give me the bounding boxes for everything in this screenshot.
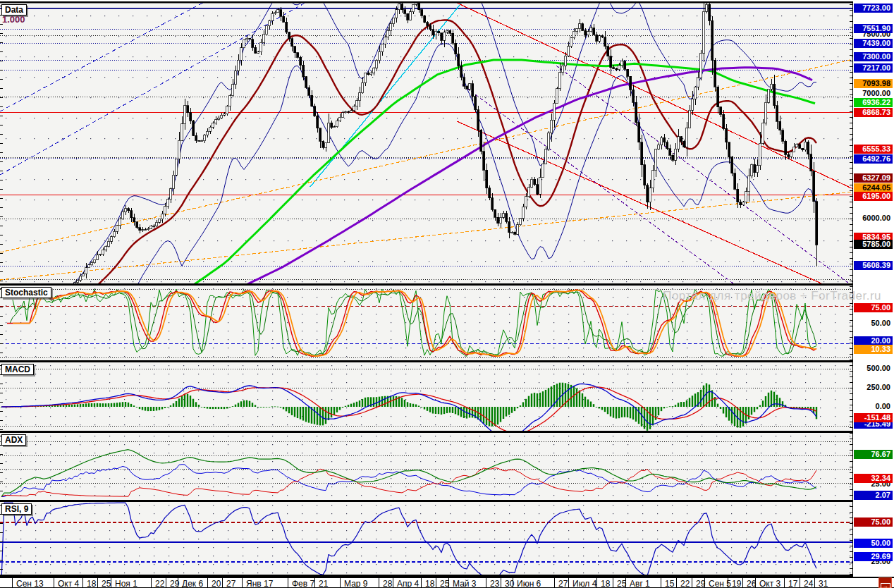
- price-label: 29.69: [854, 552, 893, 561]
- date-tick: [178, 578, 178, 587]
- price-label: 5608.39: [854, 261, 893, 270]
- date-tick: [421, 578, 422, 587]
- panel-title-macd[interactable]: MACD: [1, 364, 34, 375]
- date-label: Июл 4: [572, 579, 596, 588]
- price-label: 6936.22: [854, 98, 893, 107]
- date-tick: [436, 578, 436, 587]
- price-label: 7551.90: [854, 24, 893, 33]
- date-tick: [692, 578, 692, 587]
- date-tick: [82, 578, 83, 587]
- chart-canvas: [0, 0, 853, 577]
- date-tick: [501, 578, 501, 587]
- price-label: 7217.00: [854, 63, 893, 73]
- date-tick: [661, 578, 661, 587]
- scroll-right-button[interactable]: →: [878, 577, 892, 588]
- price-label: 7093.98: [854, 79, 893, 88]
- date-label: 22: [155, 579, 164, 588]
- price-label: 76.67: [854, 450, 893, 459]
- price-label: 0.00: [854, 402, 893, 411]
- date-label: Мар 9: [344, 579, 368, 588]
- time-axis: Сен 13Окт 41825Ноя 12229Дек 62027Янв 17Ф…: [0, 577, 894, 588]
- date-label: 22: [680, 579, 690, 588]
- date-tick: [379, 578, 379, 587]
- price-label: 500.00: [854, 364, 893, 373]
- date-tick: [54, 578, 54, 587]
- price-label: 75.00: [854, 517, 893, 527]
- price-label: 7723.00: [854, 4, 893, 13]
- date-tick: [97, 578, 98, 587]
- price-label: 6492.76: [854, 154, 893, 164]
- panel-title-adx[interactable]: ADX: [1, 434, 26, 446]
- panel-title-stochastic[interactable]: Stochastic: [1, 287, 51, 298]
- date-label: Янв 17: [246, 579, 273, 588]
- date-label: Сен 13: [16, 579, 44, 588]
- price-label: 6555.33: [854, 145, 893, 154]
- date-label: 20: [212, 579, 221, 588]
- date-tick: [784, 578, 785, 587]
- price-label: 5785.00: [854, 240, 893, 249]
- price-label: 10.33: [854, 345, 893, 354]
- date-tick: [448, 578, 449, 587]
- date-tick: [393, 578, 393, 587]
- date-label: 18: [601, 579, 610, 588]
- price-label: 6868.73: [854, 108, 893, 117]
- date-label: Авг 1: [630, 579, 650, 588]
- date-tick: [676, 578, 677, 587]
- date-tick: [288, 578, 288, 587]
- price-label: 50.00: [854, 539, 893, 548]
- date-tick: [513, 578, 513, 587]
- date-tick: [704, 578, 705, 587]
- price-label: 7300.00: [854, 52, 893, 61]
- date-tick: [340, 578, 341, 587]
- date-tick: [554, 578, 555, 587]
- data-series-value: 1.000: [2, 14, 25, 25]
- date-tick: [800, 578, 800, 587]
- price-axis: 7500.007000.006000.007723.007551.907439.…: [853, 0, 894, 577]
- date-label: Ноя 1: [115, 579, 137, 588]
- price-label: 50.00: [854, 319, 893, 328]
- date-label: Дек 6: [182, 579, 203, 588]
- date-tick: [596, 578, 597, 587]
- price-label: 6195.00: [854, 192, 893, 201]
- date-label: 25: [102, 579, 111, 588]
- date-label: Апр 4: [397, 579, 419, 588]
- date-label: Окт 3: [759, 579, 780, 588]
- date-tick: [613, 578, 613, 587]
- date-label: Фев 7: [292, 579, 314, 588]
- date-label: Май 3: [453, 579, 477, 588]
- date-label: 18: [425, 579, 434, 588]
- watermark: Портал для трейдеров ÷ ForTrader.ru: [663, 289, 881, 303]
- price-label: 7439.00: [854, 39, 893, 48]
- date-label: Окт 4: [58, 579, 79, 588]
- price-label: 32.34: [854, 474, 893, 483]
- date-label: 15: [665, 579, 674, 588]
- trading-chart-window: Data 1.000 Stochastic MACD ADX RSI, 9 По…: [0, 0, 894, 588]
- date-label: 18: [87, 579, 96, 588]
- price-label: 2.07: [854, 491, 893, 500]
- date-label: 21: [319, 579, 328, 588]
- date-label: 27: [558, 579, 568, 588]
- date-tick: [742, 578, 743, 587]
- date-tick: [728, 578, 728, 587]
- price-label: 6000.00: [854, 214, 893, 223]
- date-label: 27: [226, 579, 235, 588]
- panel-title-rsi[interactable]: RSI, 9: [1, 503, 32, 515]
- right-arrow-icon: →: [881, 583, 890, 588]
- date-tick: [111, 578, 111, 587]
- price-label: 6327.09: [854, 173, 893, 183]
- price-label: 75.00: [854, 303, 893, 312]
- price-label: 250.00: [854, 383, 893, 392]
- date-label: 19: [732, 579, 741, 588]
- date-label: 17: [788, 579, 797, 588]
- price-label: -151.48: [854, 413, 893, 422]
- date-tick: [166, 578, 166, 587]
- date-tick: [12, 578, 13, 587]
- date-tick: [207, 578, 208, 587]
- date-tick: [242, 578, 243, 587]
- date-tick: [625, 578, 626, 587]
- date-tick: [314, 578, 315, 587]
- price-label: 7000.00: [854, 89, 893, 98]
- date-label: 31: [819, 579, 828, 588]
- date-tick: [755, 578, 756, 587]
- date-tick: [222, 578, 223, 587]
